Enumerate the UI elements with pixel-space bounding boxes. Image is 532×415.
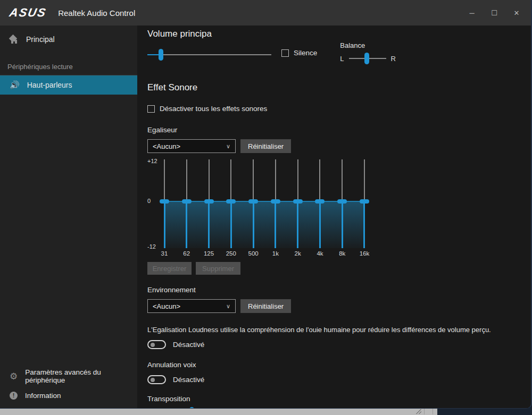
sound-effect-title: Effet Sonore <box>147 82 530 93</box>
sidebar-item-label: Paramètres avancés du périphérique <box>25 368 137 384</box>
eq-band-handle[interactable] <box>182 199 192 204</box>
disable-all-effects-checkbox[interactable] <box>147 105 155 113</box>
resize-grip-icon <box>416 409 421 414</box>
voice-cancellation-state-label: Désactivé <box>173 376 204 384</box>
sidebar: Principal Périphériques lecture 🔊 Haut-p… <box>0 26 137 408</box>
eq-preset-buttons: Enregistrer Supprimer <box>147 262 530 275</box>
main-volume-slider[interactable] <box>147 49 271 61</box>
voice-cancellation-toggle[interactable] <box>147 375 166 384</box>
eq-band-freq-label: 500 <box>242 250 264 257</box>
balance-right-label: R <box>391 55 396 63</box>
sidebar-item-label: Principal <box>26 35 55 44</box>
home-icon <box>10 36 19 44</box>
eq-band-slider[interactable] <box>314 159 325 248</box>
balance-label: Balance <box>340 41 396 49</box>
realtek-audio-control-window: ASUS Realtek Audio Control ─ ☐ ✕ Princip… <box>0 0 532 409</box>
eq-band-handle[interactable] <box>360 199 369 204</box>
environment-preset-value: <Aucun> <box>153 302 180 310</box>
volume-slider-knob[interactable] <box>159 49 163 61</box>
eq-band-slider[interactable] <box>337 159 347 248</box>
voice-cancellation-label: Annulation voix <box>147 361 530 369</box>
eq-band-slider[interactable] <box>226 159 236 248</box>
maximize-button[interactable]: ☐ <box>483 5 505 21</box>
eq-band-freq-label: 62 <box>176 250 198 257</box>
eq-band-freq-label: 31 <box>153 250 176 257</box>
balance-group: Balance L R <box>340 41 396 64</box>
eq-band-handle[interactable] <box>293 199 303 204</box>
eq-band-freq-label: 250 <box>220 250 242 257</box>
eq-band-handle[interactable] <box>337 199 347 204</box>
volume-row: Silence Balance L R <box>147 41 530 64</box>
pitch-label: Transposition <box>147 395 530 403</box>
eq-band-slider[interactable] <box>293 159 303 248</box>
info-icon: ! <box>10 392 18 400</box>
sidebar-item-principal[interactable]: Principal <box>0 30 137 49</box>
eq-band-handle[interactable] <box>248 199 258 204</box>
eq-band-handle[interactable] <box>315 199 325 204</box>
sidebar-item-advanced-settings[interactable]: ⚙ Paramètres avancés du périphérique <box>0 367 137 386</box>
background-window-statusbar <box>0 408 437 415</box>
balance-row: L R <box>340 53 396 64</box>
eq-band-handle[interactable] <box>226 199 236 204</box>
voice-cancellation-toggle-row: Désactivé <box>147 375 530 384</box>
mute-label: Silence <box>294 49 317 57</box>
balance-left-label: L <box>340 55 344 63</box>
eq-save-button[interactable]: Enregistrer <box>147 262 192 275</box>
loudness-description: L'Egalisation Loudness utilise la compré… <box>147 326 498 334</box>
balance-slider[interactable] <box>349 53 386 64</box>
eq-band-slider[interactable] <box>204 159 214 248</box>
sidebar-footer: ⚙ Paramètres avancés du périphérique ! I… <box>0 367 137 405</box>
mute-control[interactable]: Silence <box>281 49 317 57</box>
eq-band-slider[interactable] <box>270 159 281 248</box>
equalizer-preset-value: <Aucun> <box>153 142 180 150</box>
disable-all-effects-label: Désactiver tous les effets sonores <box>160 105 267 113</box>
eq-scale-top: +12 <box>147 158 157 164</box>
eq-band-slider[interactable] <box>248 159 259 248</box>
equalizer-reset-button[interactable]: Réinitialiser <box>240 139 291 153</box>
environment-reset-button[interactable]: Réinitialiser <box>240 299 291 313</box>
eq-band-handle[interactable] <box>271 199 280 204</box>
pitch-slider[interactable] <box>147 407 236 408</box>
close-button[interactable]: ✕ <box>505 5 528 21</box>
minimize-button[interactable]: ─ <box>461 5 483 21</box>
eq-band-slider[interactable] <box>159 159 170 248</box>
main-content: Volume principa Silence Balance L <box>137 26 530 408</box>
speaker-icon: 🔊 <box>10 80 20 90</box>
disable-all-effects-control[interactable]: Désactiver tous les effets sonores <box>147 105 530 113</box>
balance-slider-knob[interactable] <box>364 53 369 64</box>
eq-delete-button[interactable]: Supprimer <box>196 262 240 275</box>
chevron-down-icon: ∨ <box>226 143 230 150</box>
sidebar-item-label: Information <box>25 392 61 400</box>
app-title: Realtek Audio Control <box>58 9 135 18</box>
eq-band-handle[interactable] <box>204 199 214 204</box>
loudness-state-label: Désactivé <box>173 341 204 349</box>
sidebar-item-label: Haut-parleurs <box>27 81 72 89</box>
sidebar-section-playback-devices: Périphériques lecture <box>0 49 137 75</box>
equalizer-preset-row: <Aucun> ∨ Réinitialiser <box>147 139 530 153</box>
pitch-slider-knob[interactable] <box>189 407 194 408</box>
titlebar: ASUS Realtek Audio Control ─ ☐ ✕ <box>0 0 531 26</box>
eq-band-freq-label: 4k <box>309 250 331 257</box>
asus-logo: ASUS <box>8 6 48 20</box>
eq-band-slider[interactable] <box>181 159 192 248</box>
environment-label: Environnement <box>147 286 530 294</box>
chevron-down-icon: ∨ <box>226 303 230 310</box>
environment-preset-dropdown[interactable]: <Aucun> ∨ <box>147 299 236 313</box>
mute-checkbox[interactable] <box>281 49 289 57</box>
eq-bands <box>159 159 370 248</box>
equalizer-label: Egaliseur <box>147 126 530 134</box>
sidebar-item-speakers[interactable]: 🔊 Haut-parleurs <box>0 75 137 95</box>
eq-band-freq-label: 8k <box>331 250 353 257</box>
window-controls: ─ ☐ ✕ <box>461 0 528 26</box>
eq-band-slider[interactable] <box>359 159 370 248</box>
loudness-toggle-row: Désactivé <box>147 340 530 349</box>
eq-band-handle[interactable] <box>160 199 169 204</box>
main-volume-title: Volume principa <box>147 29 530 39</box>
loudness-toggle[interactable] <box>147 340 166 349</box>
eq-scale-zero: 0 <box>147 198 151 204</box>
eq-band-freq-label: 125 <box>198 250 220 257</box>
equalizer-preset-dropdown[interactable]: <Aucun> ∨ <box>147 139 236 153</box>
sidebar-item-information[interactable]: ! Information <box>0 386 137 405</box>
eq-freq-labels: 31621252505001k2k4k8k16k <box>153 250 376 257</box>
eq-band-freq-label: 2k <box>287 250 309 257</box>
